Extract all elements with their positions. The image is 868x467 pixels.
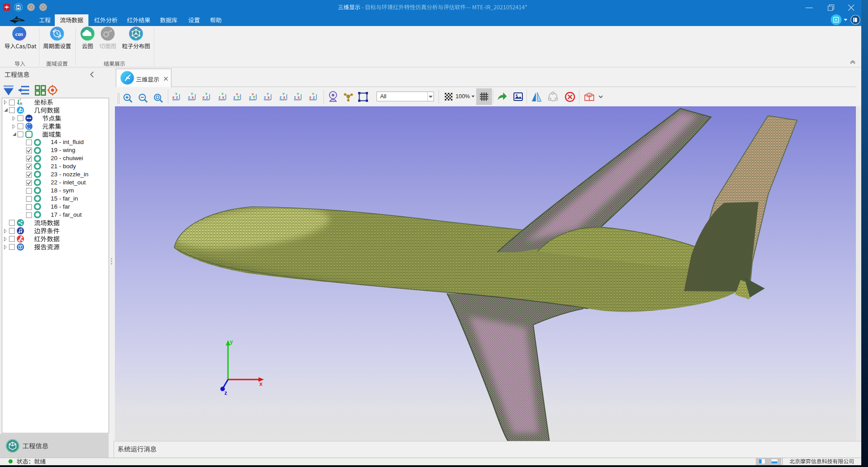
svg-text:z: z [176, 95, 178, 100]
svg-text:cas: cas [15, 31, 23, 37]
svg-text:x: x [20, 101, 22, 105]
svg-text:x: x [222, 95, 224, 100]
svg-text:Y: Y [253, 95, 255, 100]
svg-text:z: z [294, 95, 296, 100]
svg-text:z: z [219, 95, 220, 100]
svg-text:Y: Y [175, 92, 178, 96]
svg-text:z: z [264, 95, 266, 100]
svg-text:z: z [224, 390, 227, 396]
svg-text:Y: Y [191, 92, 193, 96]
svg-text:x: x [252, 92, 254, 96]
svg-text:x: x [259, 381, 263, 387]
svg-text:x: x [192, 95, 194, 100]
svg-text:x: x [309, 95, 311, 100]
svg-text:z: z [233, 95, 235, 100]
svg-text:Y: Y [19, 98, 21, 101]
svg-text:Y: Y [205, 92, 208, 96]
svg-text:x: x [172, 95, 175, 100]
svg-text:Y: Y [237, 95, 240, 100]
svg-text:z: z [188, 95, 190, 100]
svg-text:Y: Y [297, 92, 299, 96]
svg-text:x: x [298, 95, 300, 100]
svg-text:x: x [202, 95, 205, 100]
svg-text:x: x [267, 95, 270, 100]
svg-text:Y: Y [282, 92, 285, 96]
svg-text:x: x [283, 95, 285, 100]
svg-text:Y: Y [267, 92, 269, 96]
svg-text:z: z [206, 95, 208, 100]
svg-text:x: x [236, 92, 238, 96]
svg-text:z: z [313, 95, 315, 100]
svg-text:Y: Y [221, 92, 224, 96]
svg-text:y: y [230, 339, 233, 345]
svg-text:z: z [249, 95, 251, 100]
svg-text:Y: Y [312, 92, 315, 96]
svg-text:z: z [280, 95, 281, 100]
